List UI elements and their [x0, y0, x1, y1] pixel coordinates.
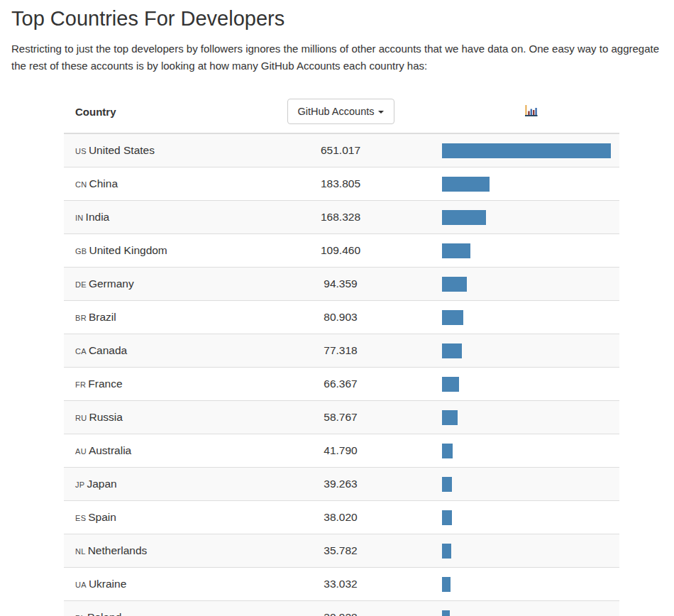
- table-row: UAUkraine 33.032: [64, 568, 619, 601]
- accounts-value-cell: 77.318: [239, 334, 442, 368]
- country-name: Japan: [87, 478, 116, 490]
- country-cell: DEGermany: [64, 268, 239, 301]
- bar-cell: [442, 501, 619, 534]
- page: Top Countries For Developers Restricting…: [0, 0, 674, 616]
- accounts-value: 58.767: [324, 411, 357, 423]
- accounts-value: 183.805: [321, 177, 360, 189]
- bar-cell: [442, 568, 619, 601]
- bar-cell: [442, 468, 619, 501]
- bar-chart-icon: [524, 104, 538, 119]
- table-row: AUAustralia 41.790: [64, 434, 619, 468]
- value-bar: [442, 310, 463, 325]
- table-row: JPJapan 39.263: [64, 468, 619, 501]
- bar-cell: [442, 401, 619, 434]
- metric-column-header: GitHub Accounts: [239, 90, 442, 133]
- value-bar: [442, 143, 611, 158]
- country-code: US: [75, 147, 87, 155]
- country-code: UA: [75, 581, 87, 589]
- table-body: USUnited States 651.017 CNChina 183.805 …: [64, 133, 619, 616]
- value-bar: [442, 444, 453, 458]
- country-name: Brazil: [89, 311, 116, 323]
- bar-cell: [442, 301, 619, 334]
- table-row: NLNetherlands 35.782: [64, 534, 619, 568]
- table-row: RURussia 58.767: [64, 401, 619, 434]
- country-code: NL: [75, 547, 86, 556]
- country-column-header: Country: [64, 90, 239, 133]
- accounts-value: 109.460: [321, 244, 360, 256]
- accounts-value: 39.263: [324, 478, 357, 490]
- metric-dropdown-label: GitHub Accounts: [298, 106, 375, 117]
- accounts-value-cell: 35.782: [239, 534, 442, 568]
- accounts-value: 35.782: [324, 544, 357, 556]
- intro-paragraph: Restricting to just the top developers b…: [11, 40, 667, 75]
- accounts-value: 41.790: [324, 444, 357, 456]
- accounts-value-cell: 39.263: [239, 468, 442, 501]
- accounts-value-cell: 651.017: [239, 133, 442, 167]
- accounts-value: 80.903: [324, 311, 357, 323]
- country-cell: CNChina: [64, 167, 239, 201]
- accounts-value-cell: 41.790: [239, 434, 442, 468]
- country-name: India: [86, 211, 110, 223]
- bar-cell: [442, 133, 619, 167]
- bar-cell: [442, 601, 619, 616]
- bar-cell: [442, 268, 619, 301]
- value-bar: [442, 377, 459, 392]
- accounts-value-cell: 168.328: [239, 201, 442, 234]
- bar-cell: [442, 334, 619, 368]
- country-cell: PLPoland: [64, 601, 239, 616]
- country-cell: RURussia: [64, 401, 239, 434]
- country-name: Germany: [89, 277, 134, 290]
- country-cell: UAUkraine: [64, 568, 239, 601]
- table-row: ESSpain 38.020: [64, 501, 619, 534]
- bar-cell: [442, 167, 619, 201]
- country-name: Russia: [89, 411, 123, 423]
- country-cell: NLNetherlands: [64, 534, 239, 568]
- country-code: RU: [75, 414, 87, 422]
- accounts-value-cell: 38.020: [239, 501, 442, 534]
- table-row: DEGermany 94.359: [64, 268, 619, 301]
- table-header-row: Country GitHub Accounts: [64, 90, 619, 133]
- table-header: Country GitHub Accounts: [64, 90, 619, 133]
- country-code: GB: [75, 247, 87, 255]
- table-row: USUnited States 651.017: [64, 133, 619, 167]
- bar-cell: [442, 368, 619, 401]
- table-row: PLPoland 30.928: [64, 601, 619, 616]
- country-name: Australia: [89, 444, 131, 456]
- country-code: BR: [75, 314, 87, 322]
- table-row: GBUnited Kingdom 109.460: [64, 234, 619, 268]
- value-bar: [442, 243, 470, 258]
- bar-cell: [442, 534, 619, 568]
- accounts-value-cell: 33.032: [239, 568, 442, 601]
- country-cell: CACanada: [64, 334, 239, 368]
- bar-cell: [442, 201, 619, 234]
- country-name: Poland: [87, 611, 121, 616]
- value-bar: [442, 510, 452, 525]
- accounts-value: 33.032: [324, 578, 357, 590]
- country-accounts-table: Country GitHub Accounts: [64, 90, 619, 616]
- table-row: CNChina 183.805: [64, 167, 619, 201]
- page-title: Top Countries For Developers: [11, 7, 674, 31]
- chart-column-header: [442, 90, 619, 133]
- metric-dropdown-button[interactable]: GitHub Accounts: [287, 99, 394, 125]
- country-code: AU: [75, 447, 87, 456]
- accounts-value-cell: 80.903: [239, 301, 442, 334]
- accounts-value: 94.359: [324, 277, 357, 290]
- country-cell: FRFrance: [64, 368, 239, 401]
- country-code: FR: [75, 380, 86, 389]
- country-name: United Kingdom: [89, 244, 167, 256]
- country-cell: USUnited States: [64, 133, 239, 167]
- accounts-value-cell: 94.359: [239, 268, 442, 301]
- country-name: Spain: [88, 511, 116, 523]
- value-bar: [442, 477, 452, 492]
- country-code: IN: [75, 214, 84, 222]
- table-row: BRBrazil 80.903: [64, 301, 619, 334]
- accounts-value: 38.020: [324, 511, 357, 523]
- country-code: CA: [75, 347, 87, 356]
- accounts-value-cell: 109.460: [239, 234, 442, 268]
- country-cell: AUAustralia: [64, 434, 239, 468]
- accounts-value-cell: 58.767: [239, 401, 442, 434]
- country-name: Ukraine: [89, 578, 126, 590]
- accounts-value: 168.328: [321, 211, 360, 223]
- value-bar: [442, 177, 490, 192]
- value-bar: [442, 544, 451, 559]
